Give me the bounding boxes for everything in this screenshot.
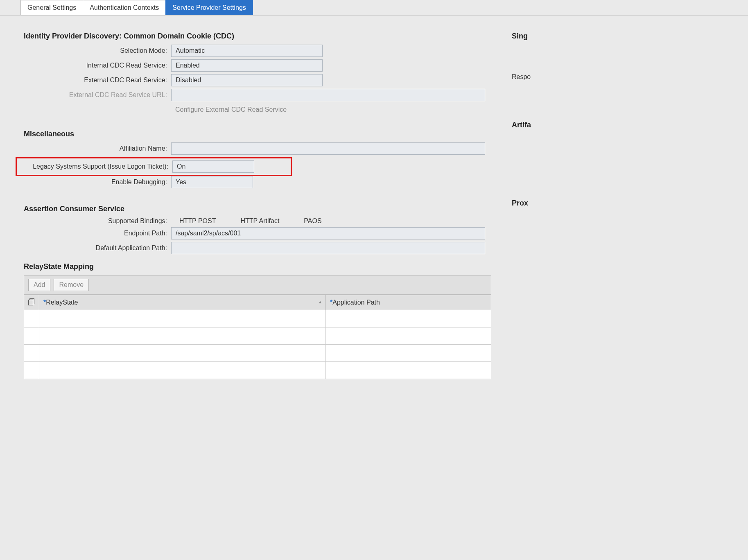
side-artifa: Artifa <box>512 121 531 129</box>
affiliation-input[interactable] <box>171 142 485 155</box>
bindings-label: Supported Bindings: <box>24 217 171 225</box>
misc-heading: Miscellaneous <box>24 130 491 138</box>
apppath-column-header[interactable]: *Application Path <box>326 295 491 310</box>
debug-label: Enable Debugging: <box>24 178 171 186</box>
selection-mode-label: Selection Mode: <box>24 47 171 54</box>
table-row[interactable] <box>24 310 491 327</box>
external-cdc-helper: Configure External CDC Read Service <box>175 104 491 113</box>
acs-heading: Assertion Consumer Service <box>24 205 491 213</box>
external-cdc-url-label: External CDC Read Service URL: <box>24 91 171 99</box>
affiliation-label: Affiliation Name: <box>24 145 171 152</box>
table-row[interactable] <box>24 362 491 379</box>
apppath-col-label: Application Path <box>332 299 380 306</box>
binding-http-artifact: HTTP Artifact <box>241 217 280 225</box>
side-sing: Sing <box>512 32 531 41</box>
external-cdc-label: External CDC Read Service: <box>24 77 171 84</box>
binding-http-post: HTTP POST <box>179 217 216 225</box>
relay-heading: RelayState Mapping <box>24 262 491 271</box>
sort-icon: ▴ <box>319 299 321 305</box>
relaystate-column-header[interactable]: *RelayState ▴ <box>39 295 326 310</box>
select-all-header[interactable] <box>24 295 39 310</box>
section-relaystate: RelayState Mapping Add Remove *RelayStat… <box>24 262 491 379</box>
section-acs: Assertion Consumer Service Supported Bin… <box>24 205 491 254</box>
legacy-highlight-box: Legacy Systems Support (Issue Logon Tick… <box>16 157 292 176</box>
default-app-input[interactable] <box>171 242 485 254</box>
side-prox: Prox <box>512 199 531 208</box>
section-idp-discovery: Identity Provider Discovery: Common Doma… <box>24 32 491 113</box>
tab-authentication-contexts[interactable]: Authentication Contexts <box>83 0 166 15</box>
internal-cdc-value[interactable]: Enabled <box>171 59 323 72</box>
section-miscellaneous: Miscellaneous Affiliation Name: Legacy S… <box>24 130 491 188</box>
external-cdc-url-input[interactable] <box>171 89 485 101</box>
binding-paos: PAOS <box>304 217 321 225</box>
copy-icon <box>28 298 35 305</box>
relaystate-col-label: RelayState <box>46 299 78 306</box>
add-button[interactable]: Add <box>28 279 50 291</box>
internal-cdc-label: Internal CDC Read Service: <box>24 62 171 69</box>
tab-service-provider-settings[interactable]: Service Provider Settings <box>165 0 253 15</box>
selection-mode-value[interactable]: Automatic <box>171 45 323 57</box>
tab-general-settings[interactable]: General Settings <box>20 0 83 15</box>
legacy-value[interactable]: On <box>172 160 254 173</box>
table-row[interactable] <box>24 345 491 362</box>
legacy-label: Legacy Systems Support (Issue Logon Tick… <box>25 163 172 170</box>
relay-toolbar: Add Remove <box>24 275 491 295</box>
endpoint-label: Endpoint Path: <box>24 230 171 237</box>
relay-table: *RelayState ▴ *Application Path <box>24 295 491 379</box>
table-row[interactable] <box>24 327 491 345</box>
external-cdc-value[interactable]: Disabled <box>171 74 323 86</box>
tabs-bar: General Settings Authentication Contexts… <box>0 0 748 16</box>
endpoint-input[interactable]: /sap/saml2/sp/acs/001 <box>171 227 485 239</box>
default-app-label: Default Application Path: <box>24 244 171 252</box>
remove-button[interactable]: Remove <box>54 279 89 291</box>
side-respo: Respo <box>512 73 531 81</box>
idp-discovery-heading: Identity Provider Discovery: Common Doma… <box>24 32 491 41</box>
debug-value[interactable]: Yes <box>171 176 253 188</box>
